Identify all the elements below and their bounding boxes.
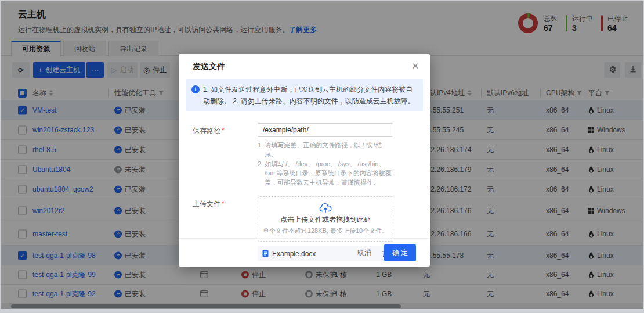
info-alert: i 1. 如文件发送过程意外中断，已发送到云主机的部分文件内容将被自动删除。 2…: [186, 79, 423, 111]
confirm-button[interactable]: 确 定: [384, 244, 416, 261]
save-path-label: 保存路径*: [193, 123, 258, 187]
cloud-vm-page: 云主机 运行在物理机上的虚拟机实例，具有独立的IP地址，可以访问公共网络，运行应…: [0, 0, 644, 313]
info-icon: i: [191, 85, 200, 93]
window-bottom-edge: [1, 309, 643, 313]
cancel-button[interactable]: 取消: [353, 245, 376, 261]
send-file-dialog: 发送文件 ✕ i 1. 如文件发送过程意外中断，已发送到云主机的部分文件内容将被…: [179, 54, 430, 267]
dialog-title: 发送文件: [193, 62, 225, 71]
upload-dropzone[interactable]: 点击上传文件或者拖拽到此处 单个文件不超过128KB, 最多上传10个文件。: [258, 196, 393, 242]
save-path-help: 1. 请填写完整、正确的文件路径，以 / 或 \结尾。 2. 如填写 /、 /d…: [258, 141, 393, 187]
close-icon[interactable]: ✕: [408, 60, 422, 73]
save-path-input[interactable]: [258, 123, 393, 137]
cloud-upload-icon: [319, 203, 332, 213]
